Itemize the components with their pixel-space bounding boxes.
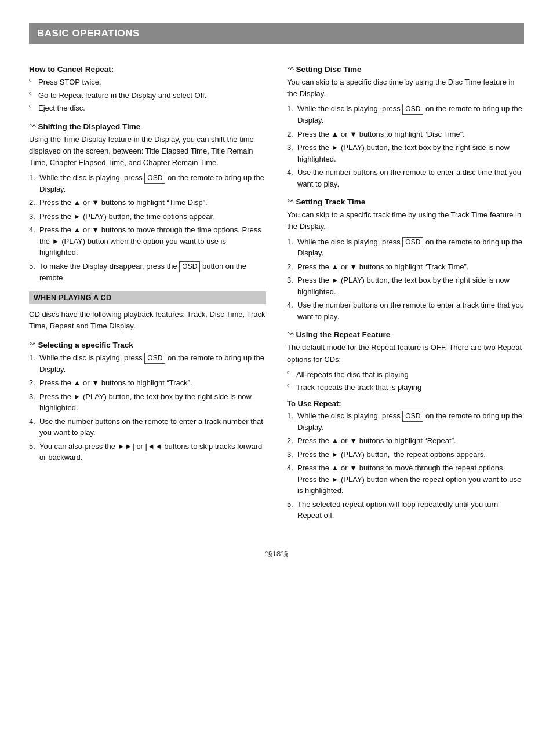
list-item: 4.Use the number buttons on the remote t… — [287, 300, 524, 322]
osd-box: OSD — [402, 411, 423, 422]
osd-box: OSD — [402, 104, 423, 115]
shifting-time-title: Shifting the Displayed Time — [29, 122, 266, 131]
list-item: 1.While the disc is playing, press OSD o… — [287, 410, 524, 433]
repeat-feature-title: Using the Repeat Feature — [287, 330, 524, 339]
list-item: 4.Use the number buttons on the remote t… — [29, 416, 266, 439]
setting-track-time-steps: 1.While the disc is playing, press OSD o… — [287, 236, 524, 323]
list-item: 2.Press the ▲ or ▼ buttons to highlight … — [287, 261, 524, 273]
header-title: BASIC OPERATIONS — [37, 28, 140, 39]
when-playing-cd-body: CD discs have the following playback fea… — [29, 309, 266, 332]
setting-track-time-title: Setting Track Time — [287, 198, 524, 206]
osd-box: OSD — [144, 173, 165, 184]
footer-text: °§18°§ — [265, 549, 288, 558]
list-item: 2.Press the ▲ or ▼ buttons to highlight … — [29, 377, 266, 389]
list-item: 2.Press the ▲ or ▼ buttons to highlight … — [287, 129, 524, 140]
use-repeat-steps: 1.While the disc is playing, press OSD o… — [287, 410, 524, 521]
selecting-track-title: Selecting a specific Track — [29, 341, 266, 349]
shifting-time-body: Using the Time Display feature in the Di… — [29, 134, 266, 169]
list-item: 3.Press the ► (PLAY) button, the text bo… — [287, 275, 524, 297]
cancel-repeat-title: How to Cancel Repeat: — [29, 65, 266, 74]
list-item: 3.Press the ► (PLAY) button, the time op… — [29, 211, 266, 222]
cancel-repeat-section: How to Cancel Repeat: Press STOP twice. … — [29, 65, 266, 114]
list-item: 5.You can also press the ►►| or |◄◄ butt… — [29, 441, 266, 463]
repeat-options-list: All-repeats the disc that is playing Tra… — [287, 369, 524, 393]
list-item: 5.The selected repeat option will loop r… — [287, 499, 524, 521]
list-item: 1.While the disc is playing, press OSD o… — [29, 172, 266, 195]
setting-disc-time-steps: 1.While the disc is playing, press OSD o… — [287, 103, 524, 189]
right-column: Setting Disc Time You can skip to a spec… — [287, 57, 524, 526]
osd-box: OSD — [402, 237, 423, 248]
list-item: 2.Press the ▲ or ▼ buttons to highlight … — [29, 197, 266, 209]
left-column: How to Cancel Repeat: Press STOP twice. … — [29, 57, 266, 526]
repeat-feature-section: Using the Repeat Feature The default mod… — [287, 330, 524, 521]
list-item: All-repeats the disc that is playing — [287, 369, 524, 381]
setting-disc-time-title: Setting Disc Time — [287, 65, 524, 74]
list-item: 1.While the disc is playing, press OSD o… — [287, 103, 524, 126]
setting-track-time-body: You can skip to a specific track time by… — [287, 209, 524, 232]
osd-box: OSD — [144, 353, 165, 364]
cancel-repeat-list: Press STOP twice. Go to Repeat feature i… — [29, 76, 266, 114]
list-item: Eject the disc. — [29, 103, 266, 114]
selecting-track-steps: 1.While the disc is playing, press OSD o… — [29, 352, 266, 463]
list-item: Go to Repeat feature in the Display and … — [29, 90, 266, 101]
when-playing-cd-section: WHEN PLAYING A CD CD discs have the foll… — [29, 291, 266, 463]
setting-track-time-section: Setting Track Time You can skip to a spe… — [287, 198, 524, 322]
list-item: 5.To make the Display disappear, press t… — [29, 261, 266, 283]
shifting-time-steps: 1.While the disc is playing, press OSD o… — [29, 172, 266, 283]
list-item: Track-repeats the track that is playing — [287, 382, 524, 393]
osd-box: OSD — [179, 261, 200, 272]
list-item: 1.While the disc is playing, press OSD o… — [29, 352, 266, 375]
list-item: 1.While the disc is playing, press OSD o… — [287, 236, 524, 259]
list-item: 3.Press the ► (PLAY) button, the repeat … — [287, 449, 524, 461]
list-item: 4.Use the number buttons on the remote t… — [287, 167, 524, 189]
list-item: 3.Press the ► (PLAY) button, the text bo… — [287, 142, 524, 165]
list-item: 4.Press the ▲ or ▼ buttons to move throu… — [287, 462, 524, 496]
setting-disc-time-section: Setting Disc Time You can skip to a spec… — [287, 65, 524, 189]
selecting-track-section: Selecting a specific Track 1.While the d… — [29, 341, 266, 463]
list-item: Press STOP twice. — [29, 76, 266, 88]
repeat-feature-body: The default mode for the Repeat feature … — [287, 342, 524, 365]
shifting-time-section: Shifting the Displayed Time Using the Ti… — [29, 122, 266, 284]
list-item: 3.Press the ► (PLAY) button, the text bo… — [29, 391, 266, 414]
when-playing-cd-banner: WHEN PLAYING A CD — [29, 291, 266, 304]
page-footer: °§18°§ — [29, 549, 524, 558]
page-header: BASIC OPERATIONS — [29, 23, 524, 44]
use-repeat-title: To Use Repeat: — [287, 399, 524, 408]
setting-disc-time-body: You can skip to a specific disc time by … — [287, 76, 524, 100]
list-item: 4.Press the ▲ or ▼ buttons to move throu… — [29, 224, 266, 258]
list-item: 2.Press the ▲ or ▼ buttons to highlight … — [287, 435, 524, 447]
